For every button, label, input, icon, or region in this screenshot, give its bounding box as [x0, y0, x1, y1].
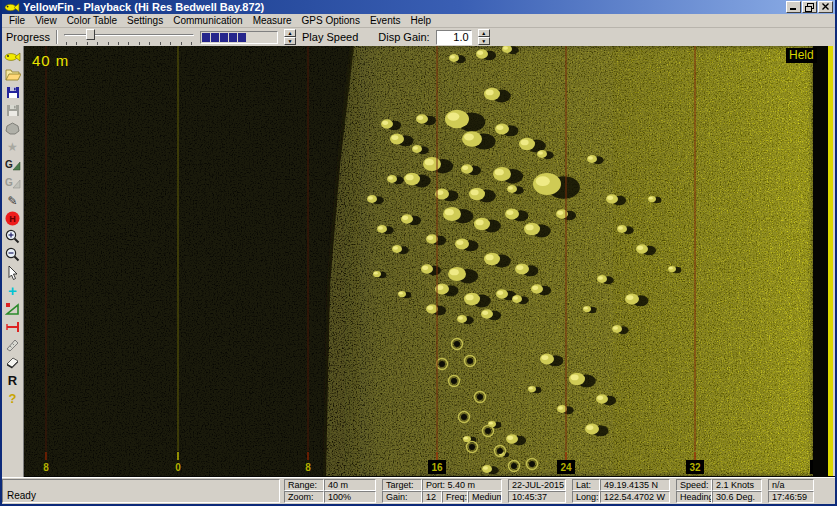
play-speed-up-button[interactable]: ▲ — [284, 29, 296, 37]
ruler-measure-button[interactable] — [3, 336, 23, 353]
gain-auto-off-icon: G — [5, 176, 21, 189]
restore-icon — [805, 3, 814, 12]
star-marker-button[interactable]: ★ — [3, 138, 23, 155]
rescan-button[interactable]: R — [3, 372, 23, 389]
ruler-measure-icon — [5, 338, 20, 352]
target-marker-icon — [5, 320, 20, 334]
status-heading-value: 30.6 Deg. — [712, 491, 762, 503]
title-bar[interactable]: YellowFin - Playback (Hi Res Bedwell Bay… — [2, 0, 835, 14]
annotate-pencil-button[interactable]: ✎ — [3, 192, 23, 209]
status-message: Ready — [7, 490, 36, 501]
progress-label: Progress — [6, 31, 50, 43]
help-button[interactable]: ? — [3, 390, 23, 407]
status-speed-label: Speed: — [676, 479, 712, 491]
held-indicator: Held — [786, 48, 817, 63]
status-long-value: 122.54.4702 W — [600, 491, 670, 503]
shell-palette-icon — [5, 122, 20, 135]
menu-view[interactable]: View — [30, 14, 62, 27]
sonar-waterfall-image: 80816243240 — [24, 46, 835, 476]
target-marker-button[interactable] — [3, 318, 23, 335]
close-button[interactable] — [818, 1, 833, 13]
status-freq-value: Medium — [468, 491, 502, 503]
app-fish-icon — [4, 2, 20, 13]
status-target-label: Target: — [382, 479, 422, 491]
svg-text:24: 24 — [560, 462, 572, 473]
status-gain-value: 12 — [422, 491, 442, 503]
status-clock-time-value: 17:46:59 — [768, 491, 814, 503]
save-file-alt-button[interactable] — [3, 102, 23, 119]
play-speed-down-button[interactable]: ▼ — [284, 37, 296, 45]
svg-text:G: G — [5, 159, 13, 170]
app-window: YellowFin - Playback (Hi Res Bedwell Bay… — [0, 0, 837, 506]
save-file-button[interactable] — [3, 84, 23, 101]
disp-gain-spinner: ▲ ▼ — [478, 29, 490, 45]
menu-settings[interactable]: Settings — [122, 14, 168, 27]
play-speed-segment — [229, 33, 237, 42]
star-marker-icon: ★ — [7, 140, 18, 154]
play-speed-segment — [238, 33, 246, 42]
window-title: YellowFin - Playback (Hi Res Bedwell Bay… — [23, 1, 786, 14]
menu-gps-options[interactable]: GPS Options — [297, 14, 365, 27]
status-range-value: 40 m — [324, 479, 376, 491]
progress-slider[interactable] — [64, 29, 194, 45]
play-speed-bar[interactable] — [200, 31, 278, 44]
hold-display-button[interactable]: H — [3, 210, 23, 227]
angle-measure-icon — [5, 302, 20, 316]
status-lat-label: Lat: — [572, 479, 600, 491]
svg-text:16: 16 — [431, 462, 443, 473]
crosshair-marker-button[interactable]: + — [3, 282, 23, 299]
disp-gain-label: Disp Gain: — [378, 31, 429, 43]
zoom-out-icon — [5, 247, 20, 262]
menu-communication[interactable]: Communication — [168, 14, 247, 27]
menu-color-table[interactable]: Color Table — [62, 14, 122, 27]
menu-bar: FileViewColor TableSettingsCommunication… — [2, 14, 835, 28]
status-message-panel: Ready — [2, 479, 280, 503]
svg-text:8: 8 — [43, 462, 49, 473]
status-bar: Ready Range:40 mTarget:Port: 5.40 m22-JU… — [2, 477, 835, 504]
gain-auto-icon: G — [5, 158, 21, 171]
play-speed-segment — [211, 33, 219, 42]
latest-ping-stripe — [828, 46, 833, 476]
disp-gain-down-button[interactable]: ▼ — [478, 37, 490, 45]
status-long-label: Long: — [572, 491, 600, 503]
menu-events[interactable]: Events — [365, 14, 406, 27]
pointer-select-button[interactable] — [3, 264, 23, 281]
status-aux-value: n/a — [768, 479, 814, 491]
menu-file[interactable]: File — [4, 14, 30, 27]
status-fields: Range:40 mTarget:Port: 5.40 m22-JUL-2015… — [284, 479, 833, 503]
menu-help[interactable]: Help — [406, 14, 437, 27]
svg-text:G: G — [5, 177, 13, 188]
disp-gain-up-button[interactable]: ▲ — [478, 29, 490, 37]
pointer-select-icon — [6, 265, 19, 280]
progress-slider-ticks — [66, 42, 192, 45]
svg-text:8: 8 — [305, 462, 311, 473]
sonar-display[interactable]: 80816243240 40 m Held — [24, 46, 835, 477]
play-speed-segment — [220, 33, 228, 42]
shell-palette-button[interactable] — [3, 120, 23, 137]
svg-text:32: 32 — [689, 462, 701, 473]
disp-gain-input[interactable] — [436, 30, 472, 45]
minimize-button[interactable] — [786, 1, 801, 13]
gain-auto-off-button[interactable]: G — [3, 174, 23, 191]
status-range-label: Range: — [284, 479, 324, 491]
zoom-out-button[interactable] — [3, 246, 23, 263]
gain-auto-button[interactable]: G — [3, 156, 23, 173]
save-file-icon — [6, 86, 20, 99]
svg-text:0: 0 — [175, 462, 181, 473]
play-speed-segment — [202, 33, 210, 42]
progress-slider-thumb[interactable] — [86, 29, 95, 40]
play-speed-spinner: ▲ ▼ — [284, 29, 296, 45]
zoom-in-button[interactable] — [3, 228, 23, 245]
menu-measure[interactable]: Measure — [248, 14, 297, 27]
angle-measure-button[interactable] — [3, 300, 23, 317]
toolbar: Progress ▲ ▼ Play Speed Disp Gain: ▲ ▼ — [2, 28, 835, 46]
open-file-button[interactable] — [3, 66, 23, 83]
eraser-button[interactable] — [3, 354, 23, 371]
crosshair-marker-icon: + — [8, 284, 17, 298]
status-date-value: 22-JUL-2015 — [508, 479, 566, 491]
progress-slider-track[interactable] — [64, 34, 194, 36]
svg-text:H: H — [9, 214, 16, 224]
yellowfin-logo-button[interactable] — [3, 48, 23, 65]
restore-button[interactable] — [802, 1, 817, 13]
annotate-pencil-icon: ✎ — [7, 194, 17, 208]
